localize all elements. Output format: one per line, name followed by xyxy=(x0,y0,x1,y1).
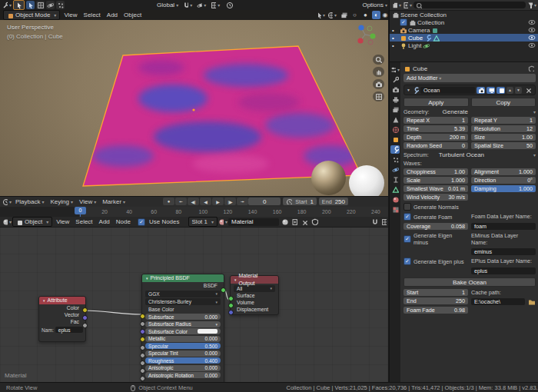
bsdf-subsurface-slider[interactable]: Subsurface0.000 xyxy=(145,314,221,320)
transport-button[interactable]: ◀| xyxy=(188,198,199,205)
move-down-button[interactable]: ▼ xyxy=(515,87,522,94)
gizmo-axis-x-neg[interactable] xyxy=(368,40,373,45)
gizmo-axis-y-neg[interactable] xyxy=(367,26,372,31)
frame-start-field[interactable]: Start1 xyxy=(283,198,317,205)
tab-view-layer[interactable] xyxy=(390,105,400,114)
folder-icon[interactable] xyxy=(526,297,536,305)
slot-dropdown[interactable]: Slot 1 xyxy=(188,217,218,227)
bsdf-sss-method-dropdown[interactable]: Christensen-Burley▾ xyxy=(145,298,221,305)
specular-input-socket[interactable] xyxy=(140,353,145,358)
eye-icon[interactable] xyxy=(527,18,536,26)
material-output-node[interactable]: Material Output All▾ Surface Volume Disp… xyxy=(230,275,279,315)
anisotropic-input-socket[interactable] xyxy=(140,376,145,381)
foam-fade-slider[interactable]: Foam Fade0.98 xyxy=(404,307,468,314)
bsdf-anisotropic-rotation-slider[interactable]: Anisotropic Rotation0.000 xyxy=(145,372,221,378)
material-name-field[interactable]: Material xyxy=(228,218,279,226)
falloff-icon[interactable] xyxy=(224,2,234,9)
outliner-row-light[interactable]: • Light xyxy=(390,42,538,49)
bsdf-sss-color-row[interactable]: Subsurface Color xyxy=(145,328,221,334)
mode-dropdown[interactable]: Object Mode xyxy=(3,10,60,20)
bsdf-node-header[interactable]: Principled BSDF xyxy=(142,274,224,282)
tab-constraints[interactable] xyxy=(390,175,400,184)
tab-physics[interactable] xyxy=(390,165,400,174)
bsdf-anisotropic-slider[interactable]: Anisotropic0.000 xyxy=(145,365,221,371)
outliner-row-scene-collection[interactable]: Scene Collection xyxy=(390,11,538,18)
viewport-menu-item[interactable]: View xyxy=(61,12,80,18)
specular-tint-input-socket[interactable] xyxy=(140,360,145,366)
pin-icon[interactable] xyxy=(526,65,536,72)
bake-start-field[interactable]: Start1 xyxy=(404,289,468,296)
tab-render[interactable] xyxy=(390,85,400,94)
fake-user-shield-icon[interactable] xyxy=(310,218,319,226)
modifier-field[interactable]: Direction0° xyxy=(471,177,536,184)
bsdf-metallic-slider[interactable]: Metallic0.000 xyxy=(145,336,221,342)
material-icon[interactable] xyxy=(218,218,227,226)
use-nodes-checkbox[interactable] xyxy=(138,218,145,226)
display-render-toggle[interactable] xyxy=(477,87,485,94)
shading-material-preview-icon[interactable]: ◐ xyxy=(372,11,380,19)
transport-button[interactable]: ● xyxy=(163,198,174,205)
tab-texture[interactable] xyxy=(390,205,400,214)
cache-path-input[interactable]: E:\ocache\ xyxy=(471,298,525,305)
snap-magnet-icon[interactable] xyxy=(183,2,192,9)
color-output-socket[interactable] xyxy=(82,307,88,313)
bsdf-distribution-dropdown[interactable]: GGX▾ xyxy=(145,291,221,297)
unlink-material-icon[interactable] xyxy=(300,218,309,226)
timeline-menu-item[interactable]: Keying xyxy=(47,198,75,205)
viewport-menu-item[interactable]: Add xyxy=(104,12,121,18)
tab-tool[interactable] xyxy=(390,75,400,84)
modifier-field[interactable]: Smallest Wave0.01 m xyxy=(404,185,468,192)
shading-wireframe-icon[interactable]: ○ xyxy=(350,11,359,19)
eye-icon[interactable] xyxy=(527,34,536,42)
fac-output-socket[interactable] xyxy=(82,323,88,328)
modifier-header[interactable]: ▼ Ocean ▲ ▼ xyxy=(404,85,536,95)
bsdf-sss-radius-dropdown[interactable]: Subsurface Radius▾ xyxy=(145,321,221,327)
timeline-menu-item[interactable]: Playback xyxy=(12,198,47,205)
principled-bsdf-node[interactable]: Principled BSDF BSDF GGX▾ Christensen-Bu… xyxy=(141,274,224,382)
select-mode-tweak-icon[interactable] xyxy=(26,1,35,9)
timeline-menu-item[interactable]: Marker xyxy=(99,198,128,205)
outliner-row-cube[interactable]: • Cube xyxy=(390,34,538,42)
outliner-row-camera[interactable]: • Camera xyxy=(390,26,538,34)
foam-layer-input[interactable]: foam xyxy=(471,223,536,230)
new-material-icon[interactable] xyxy=(290,218,299,226)
breadcrumb-object[interactable]: Cube xyxy=(413,65,427,72)
modifier-field[interactable]: Damping1.000 xyxy=(471,185,536,192)
copy-button[interactable]: Copy xyxy=(471,98,536,107)
eigen-plus-checkbox[interactable] xyxy=(404,257,411,265)
generate-foam-row[interactable]: Generate Foam xyxy=(404,213,468,221)
select-mode-lasso-icon[interactable] xyxy=(56,1,65,9)
tab-particles[interactable] xyxy=(390,155,400,164)
subsurface-input-socket[interactable] xyxy=(140,321,145,327)
bsdf-output-socket[interactable] xyxy=(221,287,226,293)
eye-icon[interactable] xyxy=(527,42,536,49)
select-mode-box-icon[interactable] xyxy=(36,1,45,9)
generate-foam-checkbox[interactable] xyxy=(404,213,411,221)
vector-output-socket[interactable] xyxy=(82,315,88,321)
viewport-menu-item[interactable]: Select xyxy=(81,12,104,18)
tab-modifiers[interactable] xyxy=(390,145,400,154)
modifier-field[interactable]: Size1.00 xyxy=(471,134,536,141)
geometry-dropdown[interactable]: Geometry: Generate xyxy=(404,108,536,115)
attribute-node[interactable]: Attribute Color Vector Fac Nam: eplus xyxy=(38,296,86,342)
eye-icon[interactable] xyxy=(527,26,536,34)
modifier-field[interactable]: Random Seed0 xyxy=(404,142,468,149)
sss-color-input-socket[interactable] xyxy=(140,337,145,342)
modifier-field[interactable]: Time5.39 xyxy=(404,125,468,132)
tab-world[interactable] xyxy=(390,125,400,134)
overlays-toggle-icon[interactable] xyxy=(327,12,337,19)
shader-type-dropdown[interactable]: Object xyxy=(12,217,52,227)
transport-button[interactable]: ◀ xyxy=(200,198,211,205)
tab-output[interactable] xyxy=(390,95,400,104)
viewport-ortho-toggle-button[interactable] xyxy=(373,91,384,101)
output-node-header[interactable]: Material Output xyxy=(231,276,278,284)
modifier-field[interactable]: Alignment1.000 xyxy=(471,168,536,175)
volume-input-socket[interactable] xyxy=(228,303,234,308)
transport-button[interactable]: ▶ xyxy=(212,198,224,205)
modifier-field[interactable]: Resolution12 xyxy=(471,125,536,132)
current-frame-field[interactable]: 0 xyxy=(248,198,281,205)
xray-toggle-icon[interactable] xyxy=(339,12,348,19)
base-color-input-socket[interactable] xyxy=(140,314,145,319)
color-swatch[interactable] xyxy=(198,329,218,334)
shading-solid-icon[interactable]: ● xyxy=(361,11,370,19)
